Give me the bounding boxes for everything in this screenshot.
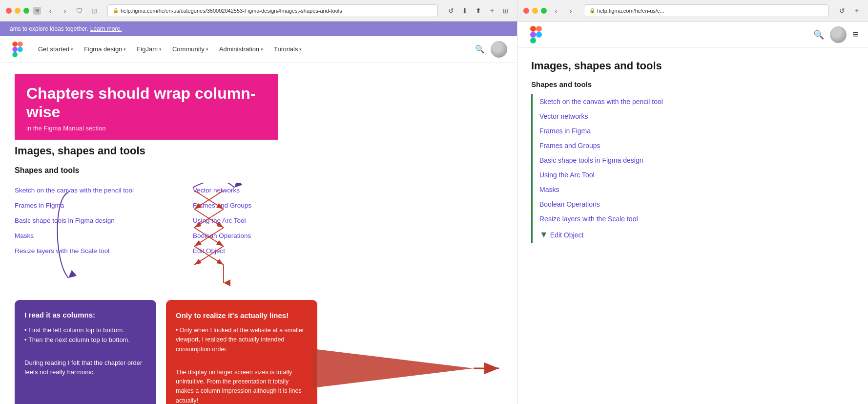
right-page-title: Images, shapes and tools xyxy=(531,60,854,72)
chevron-down-icon: ▾ xyxy=(261,47,263,52)
link-masks[interactable]: Masks xyxy=(15,228,178,243)
right-forward-button[interactable]: › xyxy=(565,5,576,16)
right-search-button[interactable]: 🔍 xyxy=(813,29,824,40)
right-reload-button[interactable]: ↺ xyxy=(837,5,847,16)
red-arrow-svg xyxy=(312,349,503,388)
chevron-down-icon: ▾ xyxy=(299,47,302,52)
right-titlebar: ‹ › 🔒 help.figma.com/hc/en-us/c... ↺ ＋ xyxy=(517,0,868,21)
annotation-red-body: The display on larger screen sizes is to… xyxy=(176,368,308,404)
new-tab-button[interactable]: ＋ xyxy=(487,5,497,16)
svg-rect-0 xyxy=(12,42,18,47)
right-maximize-button[interactable] xyxy=(541,8,547,14)
nav-get-started[interactable]: Get started ▾ xyxy=(33,43,78,56)
right-avatar[interactable] xyxy=(830,26,847,43)
minimize-button[interactable] xyxy=(15,8,21,14)
right-section-title: Shapes and tools xyxy=(531,80,854,88)
link-scale[interactable]: Resize layers with the Scale tool xyxy=(15,243,178,258)
annotation-purple-body: During reading I felt that the chapter o… xyxy=(24,358,146,377)
svg-rect-1 xyxy=(18,42,23,47)
svg-rect-3 xyxy=(12,52,18,57)
right-minimize-button[interactable] xyxy=(532,8,538,14)
right-navbar-actions: 🔍 ≡ xyxy=(813,26,858,43)
right-address-bar[interactable]: 🔒 help.figma.com/hc/en-us/c... xyxy=(584,4,829,17)
right-table-of-contents: Sketch on the canvas with the pencil too… xyxy=(531,94,854,243)
right-figma-logo[interactable] xyxy=(527,26,545,43)
link-vector[interactable]: Vector networks xyxy=(193,183,356,198)
toc-masks[interactable]: Masks xyxy=(539,182,854,197)
annotation-title-subtext: in the Figma Manual section xyxy=(26,125,267,132)
navbar-actions: 🔍 xyxy=(475,41,507,58)
back-button[interactable]: ‹ xyxy=(45,5,56,16)
nav-figma-design[interactable]: Figma design ▾ xyxy=(79,43,131,56)
banner-text: ams to explore ideas together. xyxy=(10,25,88,32)
titlebar-actions: ↺ ⬇ ⬆ ＋ ⊞ xyxy=(446,5,511,16)
link-basic-shapes[interactable]: Basic shape tools in Figma design xyxy=(15,213,178,228)
link-edit-object[interactable]: Edit Object xyxy=(193,243,356,258)
toc-vector[interactable]: Vector networks xyxy=(539,109,854,124)
link-frames[interactable]: Frames in Figma xyxy=(15,198,178,213)
page-title: Images, shapes and tools xyxy=(15,145,502,157)
right-new-tab-button[interactable]: ＋ xyxy=(851,5,862,16)
svg-rect-22 xyxy=(536,26,542,32)
annotation-purple-points: • First the left column top to bottom.• … xyxy=(24,325,146,344)
right-navbar: 🔍 ≡ xyxy=(517,21,868,48)
navbar: Get started ▾ Figma design ▾ FigJam ▾ Co… xyxy=(0,36,517,63)
banner-learn-more-link[interactable]: Learn more. xyxy=(90,25,122,32)
chevron-down-icon: ▾ xyxy=(71,47,73,52)
links-column-2: Vector networks Frames and Groups Using … xyxy=(193,183,356,258)
svg-rect-23 xyxy=(530,32,536,38)
right-lock-icon: 🔒 xyxy=(589,8,595,13)
nav-tutorials[interactable]: Tutorials ▾ xyxy=(269,43,307,56)
traffic-lights xyxy=(6,8,29,14)
toc-scale[interactable]: Resize layers with the Scale tool xyxy=(539,212,854,226)
right-close-button[interactable] xyxy=(523,8,529,14)
chevron-down-icon: ▾ xyxy=(206,47,208,52)
chevron-down-icon: ▾ xyxy=(124,47,126,52)
nav-administration[interactable]: Administration ▾ xyxy=(214,43,268,56)
toc-frames[interactable]: Frames in Figma xyxy=(539,124,854,138)
url-text: help.figma.com/hc/en-us/categories/36000… xyxy=(121,8,342,14)
link-frames-groups[interactable]: Frames and Groups xyxy=(193,198,356,213)
right-traffic-lights xyxy=(523,8,547,14)
promo-banner: ams to explore ideas together. Learn mor… xyxy=(0,21,517,36)
toc-edit-object[interactable]: ▼ Edit Object xyxy=(539,226,854,243)
link-arc[interactable]: Using the Arc Tool xyxy=(193,213,356,228)
close-button[interactable] xyxy=(6,8,12,14)
toc-boolean[interactable]: Boolean Operations xyxy=(539,197,854,212)
maximize-button[interactable] xyxy=(23,8,29,14)
reload-button[interactable]: ↺ xyxy=(446,5,456,16)
svg-marker-19 xyxy=(312,349,474,388)
sidebar-toggle-button[interactable]: ⊞ xyxy=(33,7,41,15)
figma-logo[interactable] xyxy=(10,42,25,57)
hamburger-menu-button[interactable]: ≡ xyxy=(852,29,858,40)
share-button[interactable]: ⬆ xyxy=(473,5,484,16)
title-annotation: Chapters should wrap column-wise in the … xyxy=(15,74,278,140)
annotation-red-heading: Only to realize it's actually lines! xyxy=(176,310,308,321)
right-browser-window: ‹ › 🔒 help.figma.com/hc/en-us/c... ↺ ＋ 🔍… xyxy=(517,0,868,404)
annotation-title-heading: Chapters should wrap column-wise xyxy=(26,84,267,122)
left-titlebar: ⊞ ‹ › 🛡 ⊡ 🔒 help.figma.com/hc/en-us/cate… xyxy=(0,0,517,21)
shield-icon: 🛡 xyxy=(74,5,85,16)
link-pencil[interactable]: Sketch on the canvas with the pencil too… xyxy=(15,183,178,198)
reader-button[interactable]: ⊡ xyxy=(89,5,100,16)
forward-button[interactable]: › xyxy=(60,5,70,16)
search-button[interactable]: 🔍 xyxy=(475,44,485,54)
address-bar[interactable]: 🔒 help.figma.com/hc/en-us/categories/360… xyxy=(107,4,438,17)
nav-figjam[interactable]: FigJam ▾ xyxy=(132,43,166,56)
grid-button[interactable]: ⊞ xyxy=(500,5,511,16)
toc-arc[interactable]: Using the Arc Tool xyxy=(539,168,854,182)
avatar[interactable] xyxy=(491,41,507,58)
download-button[interactable]: ⬇ xyxy=(459,5,470,16)
svg-point-4 xyxy=(18,46,23,52)
svg-rect-21 xyxy=(530,26,536,32)
section-title: Shapes and tools xyxy=(15,166,502,175)
toc-frames-groups[interactable]: Frames and Groups xyxy=(539,138,854,153)
svg-rect-2 xyxy=(12,46,18,52)
nav-community[interactable]: Community ▾ xyxy=(167,43,213,56)
toc-basic-shapes[interactable]: Basic shape tools in Figma design xyxy=(539,153,854,168)
toc-pencil[interactable]: Sketch on the canvas with the pencil too… xyxy=(539,94,854,109)
chevron-down-icon: ▾ xyxy=(159,47,162,52)
link-boolean[interactable]: Boolean Operations xyxy=(193,228,356,243)
right-back-button[interactable]: ‹ xyxy=(551,5,561,16)
nav-items: Get started ▾ Figma design ▾ FigJam ▾ Co… xyxy=(33,43,475,56)
